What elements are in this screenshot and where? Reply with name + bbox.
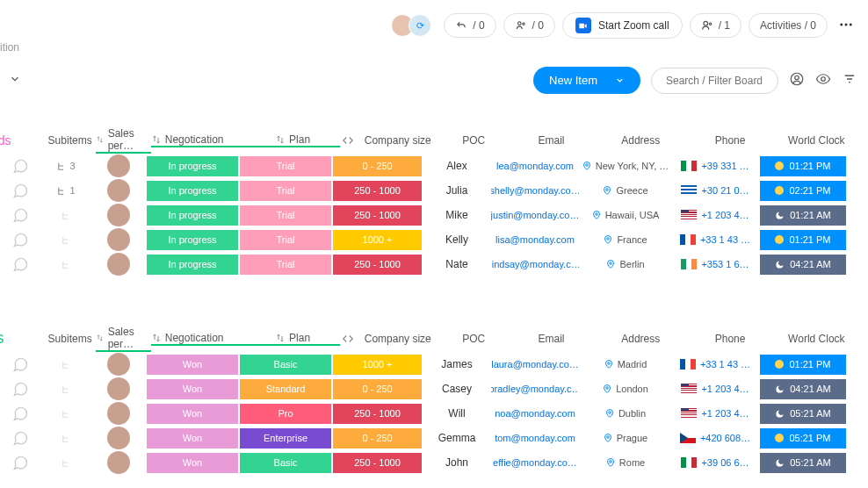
salesperson-cell[interactable]	[90, 377, 146, 400]
group-title[interactable]: ads	[0, 133, 11, 147]
table-row[interactable]: In progressTrial1000 +Kellylisa@monday.c…	[0, 227, 859, 252]
poc-cell[interactable]: James	[423, 358, 491, 370]
poc-cell[interactable]: Casey	[423, 383, 491, 395]
email-cell[interactable]: effie@monday.co…	[491, 457, 579, 468]
negotiation-status[interactable]: Won	[147, 453, 238, 473]
email-cell[interactable]: laura@monday.co…	[491, 359, 579, 370]
phone-cell[interactable]: +1 203 4…	[671, 384, 759, 394]
col-email[interactable]: Email	[508, 333, 595, 345]
plan-status[interactable]: Enterprise	[240, 428, 331, 449]
subitems-cell[interactable]	[40, 433, 90, 444]
people-count-pill[interactable]: / 1	[690, 13, 741, 38]
table-row[interactable]: WonPro250 - 1000Willnoa@monday.comDublin…	[0, 401, 859, 426]
salesperson-cell[interactable]	[90, 228, 146, 251]
col-address[interactable]: Address	[595, 333, 686, 345]
negotiation-status[interactable]: Won	[147, 355, 238, 375]
subitems-cell[interactable]	[40, 408, 90, 420]
company-size-badge[interactable]: 0 - 250	[333, 379, 422, 399]
poc-cell[interactable]: Kelly	[423, 233, 491, 246]
plan-status[interactable]: Trial	[240, 255, 331, 275]
company-size-badge[interactable]: 250 - 1000	[333, 255, 422, 275]
col-poc[interactable]: POC	[439, 333, 507, 345]
col-subitems[interactable]: Subitems	[48, 333, 97, 345]
email-cell[interactable]: bradley@monday.c…	[491, 384, 579, 394]
table-row[interactable]: 3In progressTrial0 - 250Alexlea@monday.c…	[0, 154, 859, 178]
address-cell[interactable]: New York, NY, …	[579, 161, 671, 171]
world-clock-badge[interactable]: 05:21 AM	[760, 453, 846, 473]
salesperson-cell[interactable]	[90, 353, 146, 376]
conversation-button[interactable]	[0, 405, 40, 422]
visibility-button[interactable]	[815, 71, 831, 90]
company-size-badge[interactable]: 250 - 1000	[333, 181, 422, 201]
group-title[interactable]: S	[0, 332, 4, 346]
phone-cell[interactable]: +39 331 …	[671, 161, 759, 171]
plan-status[interactable]: Pro	[240, 404, 331, 424]
col-company-size[interactable]: Company size	[356, 134, 439, 147]
table-row[interactable]: WonBasic250 - 1000Johneffie@monday.co…Ro…	[0, 450, 859, 475]
address-cell[interactable]: London	[579, 384, 671, 394]
email-cell[interactable]: justin@monday.co…	[491, 210, 579, 220]
col-sales[interactable]: Sales per…	[96, 326, 151, 352]
col-plan[interactable]: Plan	[245, 332, 340, 346]
table-row[interactable]: 1In progressTrial250 - 1000Juliashelly@m…	[0, 178, 859, 203]
company-size-badge[interactable]: 250 - 1000	[333, 404, 422, 424]
subitems-cell[interactable]: 1	[40, 185, 90, 197]
world-clock-badge[interactable]: 05:21 PM	[760, 428, 846, 449]
phone-cell[interactable]: +353 1 6…	[671, 259, 759, 269]
poc-cell[interactable]: Gemma	[423, 432, 491, 444]
conversation-button[interactable]	[0, 380, 40, 398]
address-cell[interactable]: Madrid	[579, 359, 671, 370]
email-cell[interactable]: lisa@monday.com	[491, 234, 579, 245]
negotiation-status[interactable]: In progress	[147, 255, 238, 275]
col-sales[interactable]: Sales per…	[96, 127, 151, 154]
phone-cell[interactable]: +30 21 0…	[671, 185, 759, 196]
table-row[interactable]: In progressTrial250 - 1000Mikejustin@mon…	[0, 203, 859, 227]
col-world-clock[interactable]: World Clock	[774, 333, 859, 345]
col-email[interactable]: Email	[508, 134, 595, 147]
salesperson-cell[interactable]	[90, 154, 146, 177]
poc-cell[interactable]: Mike	[423, 209, 491, 221]
world-clock-badge[interactable]: 01:21 AM	[760, 205, 846, 226]
address-cell[interactable]: Hawaii, USA	[579, 210, 671, 220]
conversation-button[interactable]	[0, 206, 40, 224]
company-size-badge[interactable]: 1000 +	[333, 230, 422, 250]
salesperson-cell[interactable]	[90, 451, 146, 474]
collaborators-avatars[interactable]: ⟳	[396, 14, 431, 37]
negotiation-status[interactable]: Won	[147, 379, 238, 399]
conversation-button[interactable]	[0, 182, 40, 199]
collapse-chevron[interactable]	[9, 73, 21, 88]
poc-cell[interactable]: Julia	[423, 184, 491, 197]
poc-cell[interactable]: Will	[423, 407, 491, 420]
expand-cols-button[interactable]	[340, 333, 356, 345]
negotiation-status[interactable]: In progress	[147, 181, 238, 201]
phone-cell[interactable]: +39 06 6…	[671, 457, 759, 468]
table-row[interactable]: WonBasic1000 +Jameslaura@monday.co…Madri…	[0, 352, 859, 377]
negotiation-status[interactable]: Won	[147, 428, 238, 449]
negotiation-status[interactable]: In progress	[147, 205, 238, 226]
conversation-button[interactable]	[0, 231, 40, 248]
company-size-badge[interactable]: 250 - 1000	[333, 205, 422, 226]
world-clock-badge[interactable]: 04:21 AM	[760, 255, 846, 275]
address-cell[interactable]: Greece	[579, 185, 671, 196]
poc-cell[interactable]: Alex	[423, 160, 491, 172]
world-clock-badge[interactable]: 01:21 PM	[760, 355, 846, 375]
email-cell[interactable]: noa@monday.com	[491, 408, 579, 419]
col-subitems[interactable]: Subitems	[48, 134, 97, 147]
reply-count-pill[interactable]: / 0	[444, 13, 495, 38]
email-cell[interactable]: tom@monday.com	[491, 433, 579, 443]
subitems-cell[interactable]	[40, 457, 90, 469]
col-world-clock[interactable]: World Clock	[774, 134, 859, 147]
address-cell[interactable]: France	[579, 234, 671, 245]
team-count-pill[interactable]: / 0	[503, 13, 555, 38]
plan-status[interactable]: Trial	[240, 205, 331, 226]
phone-cell[interactable]: +1 203 4…	[671, 408, 759, 419]
company-size-badge[interactable]: 0 - 250	[333, 428, 422, 449]
plan-status[interactable]: Basic	[240, 453, 331, 473]
subitems-cell[interactable]	[40, 234, 90, 246]
new-item-button[interactable]: New Item	[533, 67, 640, 94]
salesperson-cell[interactable]	[90, 179, 146, 202]
world-clock-badge[interactable]: 05:21 AM	[760, 404, 846, 424]
col-negotiation[interactable]: Negotication	[151, 332, 245, 346]
subitems-cell[interactable]	[40, 259, 90, 270]
plan-status[interactable]: Trial	[240, 230, 331, 250]
